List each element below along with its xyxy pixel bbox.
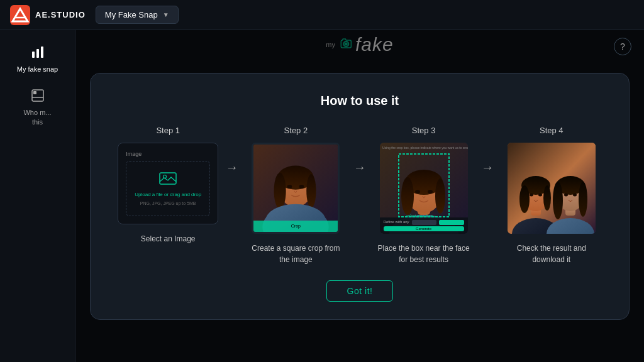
svg-text:Using the crop box, please ind: Using the crop box, please indicate wher… (382, 146, 468, 150)
svg-point-19 (274, 172, 286, 208)
chevron-down-icon: ▼ (163, 11, 169, 18)
step-2-title: Step 2 (284, 126, 308, 135)
step-3-image: Using the crop box, please indicate wher… (380, 143, 468, 234)
svg-point-52 (573, 193, 577, 196)
navbar: AE.STUDIO My Fake Snap ▼ (0, 0, 644, 30)
project-dropdown[interactable]: My Fake Snap ▼ (96, 6, 179, 24)
upload-inner: Upload a file or drag and drop PNG, JPG,… (126, 161, 210, 216)
step-1-desc: Select an Image (141, 233, 196, 244)
step-4-title: Step 4 (540, 126, 564, 135)
modal-title: How to use it (116, 94, 604, 108)
dropdown-label: My Fake Snap (105, 10, 158, 19)
upload-label: Image (126, 151, 142, 157)
svg-point-31 (435, 178, 445, 214)
svg-point-22 (299, 185, 304, 189)
svg-rect-11 (160, 173, 176, 184)
image-icon (31, 89, 45, 106)
step-2: Step 2 (243, 126, 348, 265)
sidebar: My fake snap Who m...this (0, 30, 75, 362)
step-2-person-svg (253, 143, 338, 232)
step-1: Step 1 Image Upload a file or (116, 126, 221, 244)
step-2-desc: Create a square crop from the image (245, 243, 346, 265)
svg-rect-4 (36, 49, 39, 58)
step-1-upload-box: Image Upload a file or drag and drop P (118, 143, 218, 224)
svg-point-51 (564, 193, 568, 196)
step-3-desc: Place the box near the face for best res… (374, 243, 474, 265)
how-to-use-modal: How to use it Step 1 Image (90, 73, 630, 320)
step-4-result-svg (508, 143, 596, 234)
svg-point-20 (307, 173, 316, 207)
step-4: Step 4 (499, 126, 604, 265)
chart-icon (31, 45, 45, 62)
sidebar-label-who: Who m...this (23, 108, 51, 126)
step-3: Step 3 (371, 126, 476, 265)
step-4-image (508, 143, 596, 234)
step-4-desc: Check the result and download it (501, 243, 602, 265)
step-1-title: Step 1 (156, 126, 180, 135)
svg-point-21 (287, 185, 292, 189)
arrow-3: → (481, 160, 494, 175)
arrow-1: → (226, 160, 238, 175)
crop-bar-text: Crop (291, 224, 301, 228)
steps-container: Step 1 Image Upload a file or (116, 126, 604, 265)
step-3-controls: Refine with any Generate (380, 217, 468, 234)
main-content: my fake How to use it Step 1 Image (75, 30, 644, 362)
sidebar-label-myfakesnap: My fake snap (17, 65, 58, 74)
arrow-2: → (353, 160, 366, 175)
modal-overlay: How to use it Step 1 Image (75, 30, 644, 362)
svg-point-33 (428, 190, 433, 194)
logo-area: AE.STUDIO (10, 5, 86, 25)
sidebar-item-who[interactable]: Who m...this (0, 84, 75, 131)
got-it-button[interactable]: Got it! (326, 280, 394, 302)
ae-studio-logo-icon (10, 5, 30, 25)
svg-point-30 (401, 177, 414, 215)
svg-rect-7 (33, 91, 36, 94)
svg-point-32 (415, 190, 420, 194)
svg-rect-3 (32, 52, 35, 58)
svg-point-41 (519, 185, 530, 213)
upload-subtext: PNG, JPG, JPEG up to 5MB (140, 201, 196, 206)
svg-point-44 (538, 193, 542, 196)
sidebar-item-myfakesnap[interactable]: My fake snap (0, 40, 75, 79)
svg-point-50 (579, 182, 587, 217)
svg-rect-5 (41, 47, 43, 58)
step-2-image: Crop (252, 143, 340, 234)
svg-point-12 (164, 175, 167, 178)
step-3-title: Step 3 (412, 126, 436, 135)
svg-point-42 (543, 185, 551, 211)
got-it-container: Got it! (116, 280, 604, 302)
svg-point-43 (530, 193, 533, 196)
step-2-crop-bar: Crop (253, 221, 338, 232)
upload-text: Upload a file or drag and drop (135, 191, 201, 198)
svg-point-49 (553, 182, 563, 219)
logo-text: AE.STUDIO (35, 10, 86, 19)
upload-image-icon (159, 171, 177, 189)
help-icon[interactable]: ? (614, 38, 631, 55)
